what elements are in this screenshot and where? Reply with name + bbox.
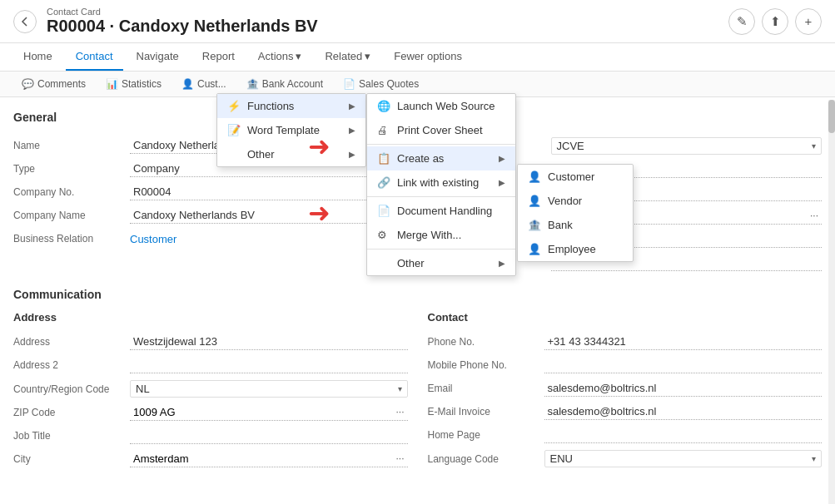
arrow-right-icon: ▶	[499, 259, 505, 268]
menu-item-customer[interactable]: 👤 Customer	[518, 165, 633, 189]
tab-report[interactable]: Report	[192, 43, 245, 71]
back-button[interactable]	[13, 10, 37, 33]
menu-level1: ⚡ Functions ▶ 📝 Word Template ▶ Other ▶ …	[216, 93, 366, 167]
address-row: Address	[13, 330, 408, 353]
menu-item-functions[interactable]: ⚡ Functions ▶	[217, 94, 365, 118]
menu-divider	[367, 144, 515, 145]
tab-contact[interactable]: Contact	[66, 43, 123, 71]
company-no-row: Company No.	[13, 180, 401, 204]
menu-item-link-existing[interactable]: 🔗 Link with existing ▶	[367, 170, 515, 195]
city-input[interactable]	[130, 451, 408, 467]
subtab-bank-account[interactable]: 🏦 Bank Account	[238, 75, 331, 93]
edit-button[interactable]: ✎	[728, 8, 755, 35]
address-subtitle: Address	[13, 311, 408, 324]
menu-item-merge[interactable]: ⚙ Merge With...	[367, 223, 515, 247]
company-name-row: Company Name	[13, 204, 401, 227]
subtab-statistics[interactable]: 📊 Statistics	[97, 75, 170, 93]
word-icon: 📝	[227, 124, 241, 136]
chevron-down-icon: ▾	[296, 50, 301, 62]
jobtitle-input[interactable]	[130, 427, 408, 444]
address-input[interactable]	[130, 334, 408, 350]
subtab-sales-quotes[interactable]: 📄 Sales Quotes	[335, 75, 427, 93]
company-no-input[interactable]	[130, 184, 401, 200]
einvoice-input[interactable]	[544, 403, 823, 420]
zip-dots-button[interactable]: ···	[394, 404, 405, 419]
scrollbar-thumb[interactable]	[828, 100, 835, 133]
menu-item-word-template[interactable]: 📝 Word Template ▶	[217, 118, 365, 142]
tab-home[interactable]: Home	[13, 43, 62, 71]
address2-label: Address 2	[13, 359, 130, 371]
jobtitle-row: Job Title	[13, 424, 408, 447]
country-row: Country/Region Code NL ▾	[13, 377, 408, 401]
business-relation-row: Business Relation Customer	[13, 227, 401, 250]
add-button[interactable]: +	[795, 8, 822, 35]
zip-input[interactable]	[130, 404, 408, 421]
menu-item-bank[interactable]: 🏦 Bank	[518, 213, 633, 237]
customer-icon: 👤	[528, 170, 541, 183]
mobile-label: Mobile Phone No.	[428, 359, 544, 371]
phone-label: Phone No.	[428, 336, 544, 348]
language-dropdown[interactable]: ENU ▾	[544, 450, 823, 467]
communication-section: Communication Address Address Address 2 …	[13, 288, 822, 471]
email-input[interactable]	[544, 380, 823, 397]
menu-item-doc-handling[interactable]: 📄 Document Handling	[367, 199, 515, 223]
zip-row: ZIP Code ···	[13, 401, 408, 424]
share-button[interactable]: ⬆	[762, 8, 788, 35]
vendor-icon: 👤	[528, 195, 541, 207]
employee-icon: 👤	[528, 243, 541, 255]
menu-item-create-as[interactable]: 📋 Create as ▶	[367, 146, 515, 170]
arrow-right-icon: ▶	[349, 101, 355, 111]
contact-column: Contact Phone No. Mobile Phone No. Email…	[428, 311, 823, 471]
merge-icon: ⚙	[377, 229, 390, 241]
mobile-input[interactable]	[544, 357, 823, 373]
email-label: Email	[428, 383, 544, 394]
page-subtitle: Contact Card	[47, 7, 728, 17]
business-relation-value[interactable]: Customer	[130, 233, 401, 245]
arrow-right-icon: ▶	[349, 150, 355, 159]
menu-item-launch-web[interactable]: 🌐 Launch Web Source	[367, 94, 515, 118]
arrow-right-icon: ▶	[499, 154, 505, 163]
tab-fewer-options[interactable]: Fewer options	[384, 43, 472, 71]
tab-related[interactable]: Related ▾	[315, 43, 380, 71]
type-label: Type	[13, 163, 130, 175]
name-label: Name	[13, 140, 130, 151]
address2-input[interactable]	[130, 357, 408, 373]
city-dots-button[interactable]: ···	[394, 451, 405, 466]
address-column: Address Address Address 2 Country/Region…	[13, 311, 408, 471]
company-name-input[interactable]	[130, 207, 401, 224]
arrow-right-icon: ▶	[349, 126, 355, 135]
subtab-comments[interactable]: 💬 Comments	[13, 75, 94, 93]
language-row: Language Code ENU ▾	[428, 447, 823, 471]
functions-icon: ⚡	[227, 100, 241, 112]
tab-actions[interactable]: Actions ▾	[248, 43, 312, 71]
menu-item-vendor[interactable]: 👤 Vendor	[518, 189, 633, 213]
status-code-dots-button[interactable]: ···	[808, 208, 820, 223]
chevron-down-icon: ▾	[398, 384, 402, 393]
right-dropdown1[interactable]: JCVE ▾	[551, 137, 823, 155]
homepage-row: Home Page	[428, 423, 823, 447]
address2-row: Address 2	[13, 353, 408, 377]
menu-item-employee[interactable]: 👤 Employee	[518, 237, 633, 261]
page-title: R00004 · Candoxy Netherlands BV	[47, 17, 728, 36]
country-label: Country/Region Code	[13, 383, 130, 395]
customer-icon: 👤	[181, 78, 194, 90]
top-bar: Contact Card R00004 · Candoxy Netherland…	[0, 0, 835, 43]
page-title-area: Contact Card R00004 · Candoxy Netherland…	[47, 7, 728, 36]
email-row: Email	[428, 377, 823, 400]
menu-item-other2[interactable]: Other ▶	[367, 251, 515, 275]
print-icon: 🖨	[377, 124, 390, 136]
homepage-label: Home Page	[428, 429, 544, 441]
homepage-input[interactable]	[544, 427, 823, 443]
statistics-icon: 📊	[106, 78, 118, 90]
menu-item-other[interactable]: Other ▶	[217, 142, 365, 166]
country-dropdown[interactable]: NL ▾	[130, 380, 408, 398]
subtab-cust[interactable]: 👤 Cust...	[173, 75, 235, 93]
bank-icon: 🏦	[528, 219, 541, 231]
jobtitle-label: Job Title	[13, 430, 130, 442]
business-relation-label: Business Relation	[13, 233, 130, 245]
tab-navigate[interactable]: Navigate	[127, 43, 189, 71]
chevron-down-icon: ▾	[812, 141, 816, 151]
menu-item-print-cover[interactable]: 🖨 Print Cover Sheet	[367, 118, 515, 142]
quotes-icon: 📄	[343, 78, 355, 90]
phone-input[interactable]	[544, 334, 823, 350]
